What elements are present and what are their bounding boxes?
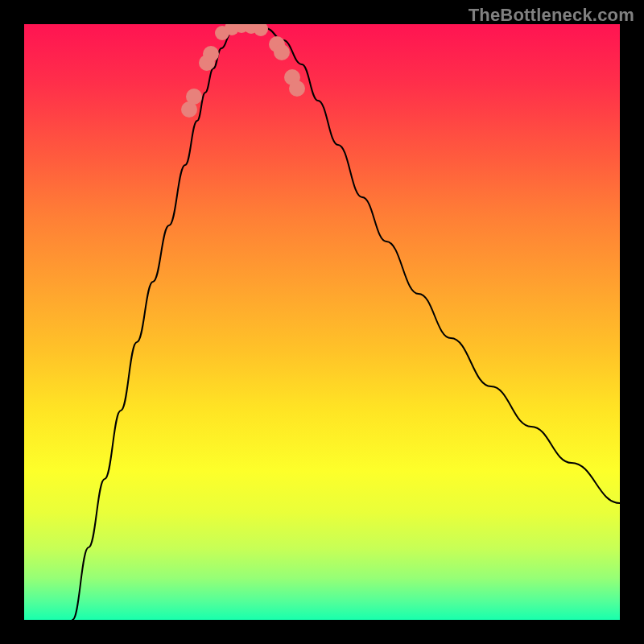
marker-layer	[181, 24, 305, 118]
curve-marker	[289, 80, 305, 97]
curve-marker	[186, 89, 202, 105]
watermark-text: TheBottleneck.com	[469, 5, 634, 26]
curve-marker	[254, 24, 268, 36]
chart-frame: TheBottleneck.com	[0, 0, 644, 644]
curve-marker	[203, 46, 219, 62]
chart-overlay	[24, 24, 620, 620]
bottleneck-curve	[72, 26, 620, 620]
curve-marker	[274, 44, 290, 60]
